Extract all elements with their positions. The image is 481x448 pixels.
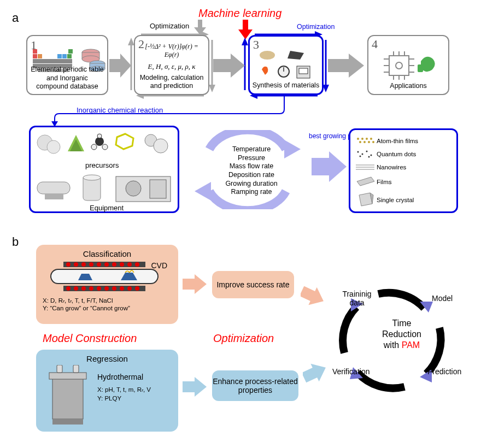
cycle-prediction: Prediction — [427, 367, 461, 376]
svg-marker-88 — [357, 177, 374, 186]
svg-marker-59 — [116, 134, 133, 149]
qdots-icon — [355, 149, 377, 160]
svg-rect-16 — [67, 54, 72, 58]
svg-marker-69 — [195, 182, 211, 201]
optimization-title: Optimization — [213, 332, 274, 345]
svg-point-93 — [74, 262, 78, 267]
svg-point-72 — [361, 138, 363, 140]
panel-b-label: b — [12, 235, 19, 249]
svg-rect-32 — [389, 56, 409, 75]
svg-marker-70 — [312, 151, 347, 182]
svg-point-66 — [126, 181, 141, 196]
svg-point-115 — [135, 286, 139, 291]
output-0: Atom-thin films — [377, 137, 418, 145]
panel-a-label: a — [12, 11, 19, 25]
big-arrow-1-icon — [109, 54, 131, 78]
svg-point-114 — [127, 286, 132, 291]
regression-box: Regression Hydrothermal X: pH, T, t, m, … — [36, 350, 178, 432]
lblue-arrow-1-icon — [183, 377, 207, 397]
svg-rect-15 — [62, 54, 67, 58]
svg-point-83 — [360, 156, 361, 157]
svg-point-107 — [74, 286, 78, 291]
svg-rect-67 — [150, 180, 166, 198]
svg-rect-13 — [38, 54, 42, 58]
classification-title: Classification — [43, 249, 172, 258]
nanowires-icon — [355, 162, 377, 173]
svg-rect-17 — [33, 59, 72, 63]
svg-point-79 — [357, 151, 359, 153]
precursors-equipment-box: precursors Equipment — [29, 126, 179, 213]
svg-point-61 — [154, 139, 168, 153]
svg-point-95 — [89, 262, 93, 267]
outputs-box: Atom-thin films Quantum dots Nanowires F… — [349, 128, 458, 213]
cycle-center-1: Time — [374, 318, 429, 329]
improve-box: Improve success rate — [212, 271, 294, 298]
regression-x: X: pH, T, t, m, Rᵣ, V — [97, 386, 151, 393]
svg-rect-12 — [33, 54, 37, 58]
synthesis-icons — [257, 49, 318, 80]
equipment-icons — [35, 172, 177, 206]
svg-rect-11 — [68, 49, 73, 54]
cycle-center: Time Reduction with PAM — [374, 318, 429, 351]
enhance-box: Enhance process-related properties — [212, 370, 298, 401]
svg-marker-121 — [183, 274, 207, 294]
svg-rect-117 — [49, 373, 86, 379]
svg-point-96 — [97, 262, 101, 267]
hydrothermal-label: Hydrothermal — [97, 373, 143, 381]
svg-point-57 — [102, 144, 108, 150]
svg-marker-68 — [284, 140, 301, 158]
svg-marker-123 — [183, 377, 207, 397]
classification-box: Classification CVD X: D, Rᵣ, tᵣ, T, t, F… — [36, 245, 178, 324]
param-0: Temperature — [219, 145, 284, 154]
step1-box: 1 Elemental periodic table and Inorganic… — [26, 35, 108, 95]
step3-box: 3 Synthesis of materials — [248, 35, 324, 95]
svg-point-58 — [97, 134, 102, 138]
svg-point-73 — [366, 138, 368, 140]
svg-point-101 — [135, 262, 139, 267]
svg-point-81 — [366, 151, 368, 152]
equipment-label: Equipment — [90, 204, 124, 212]
step1-caption: Elemental periodic table and Inorganic c… — [31, 66, 104, 91]
svg-point-109 — [89, 286, 93, 291]
svg-marker-49 — [328, 54, 364, 78]
svg-rect-62 — [37, 182, 70, 194]
step4-box: 4 Applications — [367, 35, 449, 95]
enhance-text: Enhance process-related properties — [212, 377, 298, 394]
param-4: Growing duration — [219, 180, 284, 188]
atom-thin-icon — [355, 135, 377, 146]
improve-text: Improve success rate — [216, 280, 289, 289]
svg-rect-63 — [45, 194, 63, 199]
svg-point-94 — [81, 262, 86, 267]
svg-point-97 — [104, 262, 109, 267]
svg-marker-9 — [242, 38, 248, 45]
svg-rect-46 — [418, 64, 423, 72]
svg-point-78 — [372, 141, 374, 143]
cvd-icon — [50, 260, 165, 294]
svg-point-71 — [357, 138, 359, 140]
step2-props: E, H, σ, ε, μ, ρ, κ — [137, 62, 206, 71]
svg-point-99 — [120, 262, 124, 267]
svg-rect-14 — [57, 54, 62, 58]
model-construction-title: Model Construction — [43, 332, 137, 345]
optimization-label-1: Optimization — [150, 22, 189, 30]
reaction-label: Inorganic chemical reaction — [77, 106, 163, 114]
step4-num: 4 — [372, 37, 378, 51]
regression-y: Y: PLQY — [97, 394, 121, 402]
param-1: Pressure — [219, 154, 284, 163]
svg-rect-118 — [57, 365, 62, 373]
classification-y: Y: “Can grow” or “Cannot grow” — [43, 304, 172, 312]
ml-title: Machine learning — [198, 7, 281, 20]
big-arrow-3-icon — [328, 54, 364, 78]
svg-point-56 — [91, 144, 97, 150]
applications-icon — [378, 49, 443, 82]
svg-point-113 — [120, 286, 124, 291]
big-purple-arrow-icon — [312, 151, 347, 182]
cycle-center-2: Reduction — [374, 329, 429, 340]
svg-point-106 — [66, 286, 71, 291]
hydrothermal-icon — [43, 365, 92, 428]
svg-point-108 — [81, 286, 86, 291]
step2-num: 2 — [138, 37, 144, 51]
svg-point-80 — [362, 154, 363, 155]
svg-point-100 — [127, 262, 132, 267]
cycle-training: Traininig data — [338, 290, 376, 307]
